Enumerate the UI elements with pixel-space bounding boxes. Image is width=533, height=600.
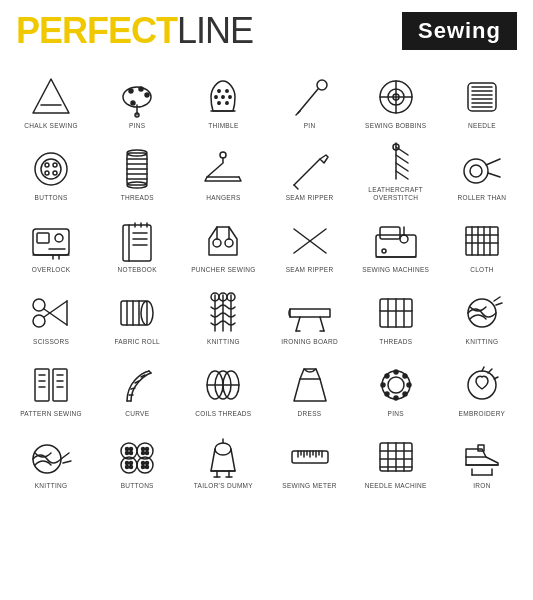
svg-point-34 [45, 163, 49, 167]
overlock-label: OVERLOCK [32, 266, 71, 274]
icon-notebook: NOTEBOOK [94, 206, 180, 276]
svg-point-165 [142, 452, 145, 455]
icon-seam-ripper2: SEAM RIPPER [266, 206, 352, 276]
curve-label: CURVE [125, 410, 149, 418]
svg-point-13 [215, 96, 217, 98]
icon-threads2: THREADS [353, 278, 439, 348]
svg-point-148 [468, 371, 496, 399]
threads-icon [111, 147, 163, 191]
dress-label: DRESS [298, 410, 322, 418]
knitting-label: KNITTING [207, 338, 240, 346]
svg-point-37 [53, 171, 57, 175]
svg-line-107 [296, 317, 300, 331]
knitting3-label: KNITTING [35, 482, 68, 490]
seam-ripper-label: SEAM RIPPER [286, 194, 334, 202]
buttons2-icon [111, 435, 163, 479]
pins-label: PINS [129, 122, 145, 130]
knitting2-icon [456, 291, 508, 335]
icon-buttons: BUTTONS [8, 134, 94, 204]
svg-point-6 [131, 101, 135, 105]
svg-point-4 [139, 87, 143, 91]
svg-point-3 [129, 89, 133, 93]
svg-point-91 [33, 315, 45, 327]
svg-point-59 [55, 234, 63, 242]
svg-line-153 [61, 453, 69, 459]
icon-buttons2: BUTTONS [94, 422, 180, 492]
header-title: PERFECT LINE [16, 13, 253, 49]
icon-sewing-machines: SEWING MACHINES [353, 206, 439, 276]
icon-seam-ripper: SEAM RIPPER [266, 134, 352, 204]
notebook-icon [111, 219, 163, 263]
svg-rect-84 [466, 227, 498, 255]
cloth-label: CLOTH [470, 266, 494, 274]
icon-tailors-dummy: TAILOR'S DUMMY [180, 422, 266, 492]
svg-point-147 [385, 374, 389, 378]
icon-knitting: KNITTING [180, 278, 266, 348]
icon-sewing-bobbins: SEWING BOBBINS [353, 62, 439, 132]
icon-pins: PINS [94, 62, 180, 132]
icon-roller-than: ROLLER THAN [439, 134, 525, 204]
svg-point-11 [226, 90, 228, 92]
svg-point-168 [130, 462, 133, 465]
icon-pins2: PINS [353, 350, 439, 420]
svg-point-143 [403, 392, 407, 396]
embroidery-label: EMBROIDERY [459, 410, 506, 418]
iron-label: IRON [473, 482, 490, 490]
svg-rect-58 [37, 233, 49, 243]
icon-leathercraft-overstitch: LEATHERCRAFT OVERSTITCH [353, 134, 439, 204]
pin-icon [284, 75, 336, 119]
icon-thimble: THIMBLE [180, 62, 266, 132]
notebook-label: NOTEBOOK [118, 266, 157, 274]
knitting2-label: KNITTING [466, 338, 499, 346]
tailors-dummy-label: TAILOR'S DUMMY [194, 482, 253, 490]
icons-grid: CHALK SEWING PINS [0, 58, 533, 496]
svg-point-46 [220, 152, 226, 158]
svg-point-54 [470, 165, 482, 177]
leathercraft-overstitch-icon [370, 139, 422, 183]
svg-point-142 [407, 383, 411, 387]
needle-label: NEEDLE [468, 122, 496, 130]
svg-point-173 [142, 466, 145, 469]
svg-line-50 [396, 155, 408, 163]
svg-point-53 [464, 159, 488, 183]
buttons-icon [25, 147, 77, 191]
svg-point-140 [394, 370, 398, 374]
svg-point-33 [41, 159, 61, 179]
svg-point-166 [146, 452, 149, 455]
buttons-label: BUTTONS [35, 194, 68, 202]
seam-ripper2-icon [284, 219, 336, 263]
svg-point-161 [126, 452, 129, 455]
icon-threads: THREADS [94, 134, 180, 204]
svg-point-73 [225, 239, 233, 247]
knitting-icon [197, 291, 249, 335]
sewing-badge: Sewing [402, 12, 517, 50]
svg-rect-64 [123, 225, 151, 261]
svg-line-55 [486, 159, 500, 165]
icon-hangers: HANGERS [180, 134, 266, 204]
tailors-dummy-icon [197, 435, 249, 479]
svg-point-170 [130, 466, 133, 469]
pin-label: PIN [304, 122, 316, 130]
pattern-sewing-icon [25, 363, 77, 407]
svg-point-162 [130, 452, 133, 455]
svg-line-150 [488, 369, 492, 373]
svg-marker-0 [33, 79, 69, 113]
svg-rect-120 [53, 369, 67, 401]
pattern-sewing-label: PATTERN SEWING [20, 410, 82, 418]
svg-point-15 [218, 102, 220, 104]
puncher-sewing-icon [197, 219, 249, 263]
leathercraft-overstitch-label: LEATHERCRAFT OVERSTITCH [360, 186, 432, 202]
buttons2-label: BUTTONS [121, 482, 154, 490]
icon-chalk-sewing: CHALK SEWING [8, 62, 94, 132]
roller-than-icon [456, 147, 508, 191]
icon-embroidery: EMBROIDERY [439, 350, 525, 420]
icon-needle-machine: NEEDLE MACHINE [353, 422, 439, 492]
svg-line-118 [496, 303, 502, 305]
needle-icon [456, 75, 508, 119]
svg-point-144 [394, 396, 398, 400]
dress-icon [284, 363, 336, 407]
svg-line-51 [396, 163, 408, 171]
seam-ripper-icon [284, 147, 336, 191]
svg-line-108 [320, 317, 324, 331]
seam-ripper2-label: SEAM RIPPER [286, 266, 334, 274]
